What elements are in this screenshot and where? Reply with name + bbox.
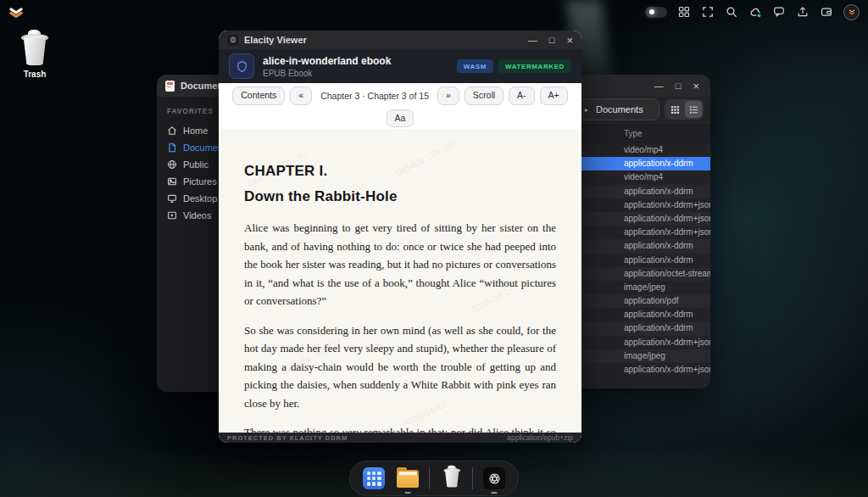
sidebar-item-icon — [167, 159, 177, 170]
document-subtitle: EPUB Ebook — [263, 69, 391, 78]
elacity-logo-icon[interactable] — [8, 6, 24, 19]
dock — [349, 461, 519, 496]
shield-icon — [229, 53, 254, 79]
font-increase-button[interactable]: A+ — [540, 87, 568, 104]
viewer-footer: PROTECTED BY ELACITY DDRM application/ep… — [219, 433, 581, 443]
minimize-button[interactable]: — — [654, 81, 664, 91]
sidebar-item-label: Desktop — [183, 193, 217, 204]
file-type-cell: application/x-ddrm+json — [624, 214, 710, 223]
file-type-cell: application/x-ddrm — [624, 159, 693, 168]
maximize-button[interactable]: □ — [549, 36, 555, 45]
font-family-button[interactable]: Aa — [387, 109, 415, 127]
font-decrease-button[interactable]: A- — [509, 87, 535, 104]
sidebar-item-label: Videos — [183, 210, 211, 221]
drm-protection-label: PROTECTED BY ELACITY DDRM — [227, 434, 348, 442]
grid-view-button[interactable] — [666, 101, 683, 118]
file-type-cell: application/octet-stream — [624, 269, 710, 278]
app-launcher-icon[interactable] — [361, 462, 387, 494]
file-type-cell: application/x-ddrm — [624, 187, 693, 196]
trash-label: Trash — [12, 70, 58, 79]
file-type-cell: video/mp4 — [624, 145, 663, 154]
dock-divider — [429, 467, 430, 489]
book-paragraph: Alice was beginning to get very tired of… — [244, 219, 556, 310]
file-type-cell: application/x-ddrm — [624, 255, 693, 265]
close-button[interactable]: × — [566, 35, 573, 46]
viewer-app-icon — [227, 35, 238, 46]
desktop-trash[interactable]: Trash — [12, 31, 58, 79]
file-type-cell: video/mp4 — [624, 172, 663, 181]
sidebar-item-icon — [167, 193, 177, 204]
book-page[interactable]: 0x34da...1b...572026-04-170x34da...1b...… — [219, 129, 581, 433]
viewer-window-title: Elacity Viewer — [244, 35, 522, 45]
file-type-cell: application/x-ddrm — [624, 310, 693, 319]
book-paragraph: There was nothing so very remarkable in … — [244, 423, 556, 433]
close-button[interactable]: × — [693, 81, 699, 92]
mime-type-label: application/epub+zip — [507, 433, 573, 442]
file-type-cell: application/x-ddrm+json — [624, 338, 710, 347]
view-toggle — [665, 99, 704, 120]
chat-icon[interactable] — [772, 5, 786, 19]
menubar — [0, 0, 868, 24]
book-paragraph: So she was considering in her own mind (… — [244, 321, 556, 413]
sidebar-item-icon — [167, 176, 177, 187]
sidebar-item-icon — [167, 142, 177, 153]
documents-icon — [165, 81, 175, 92]
status-badge: WASM — [457, 59, 493, 73]
prev-chapter-button[interactable]: « — [290, 87, 312, 104]
file-type-cell: application/x-ddrm — [624, 323, 693, 332]
next-chapter-button[interactable]: » — [437, 87, 459, 104]
book-text: Alice was beginning to get very tired of… — [244, 219, 556, 433]
sidebar-item-label: Home — [183, 126, 208, 136]
scroll-mode-button[interactable]: Scroll — [465, 87, 504, 104]
wallet-icon[interactable] — [820, 5, 833, 19]
chapter-heading: CHAPTER I. — [244, 163, 556, 180]
file-manager-icon[interactable] — [395, 462, 420, 494]
reader-toolbar: Contents « Chapter 3 · Chapter 3 of 15 »… — [219, 83, 581, 129]
running-indicator — [405, 492, 411, 494]
display-toggle-icon[interactable] — [645, 7, 667, 18]
viewer-titlebar[interactable]: Elacity Viewer — □ × — [219, 31, 581, 49]
apps-grid-icon[interactable] — [677, 5, 691, 19]
file-type-cell: image/jpeg — [624, 282, 665, 292]
search-icon[interactable] — [725, 5, 738, 19]
running-indicator — [492, 492, 498, 494]
contents-button[interactable]: Contents — [232, 87, 285, 104]
minimize-button[interactable]: — — [528, 36, 537, 45]
document-title: alice-in-wonderland ebook — [263, 55, 391, 67]
list-view-button[interactable] — [685, 101, 702, 118]
dock-divider — [472, 467, 473, 489]
fullscreen-icon[interactable] — [701, 5, 715, 19]
file-type-cell: application/x-ddrm+json — [624, 365, 710, 374]
sidebar-item-icon — [167, 126, 177, 136]
maximize-button[interactable]: □ — [676, 81, 682, 91]
chapter-label: Chapter 3 · Chapter 3 of 15 — [320, 91, 429, 101]
account-avatar[interactable] — [843, 4, 860, 20]
chevron-right-icon: ▸ — [585, 106, 588, 114]
ddrm-app-icon[interactable] — [481, 462, 507, 494]
file-type-cell: application/pdf — [624, 296, 679, 305]
sidebar-item-label: Public — [183, 159, 209, 170]
breadcrumb-label: Documents — [596, 104, 643, 114]
file-type-cell: image/jpeg — [624, 351, 665, 360]
file-type-cell: application/x-ddrm — [624, 241, 693, 250]
trash-can-icon — [20, 31, 49, 66]
chapter-subheading: Down the Rabbit-Hole — [244, 188, 556, 205]
sidebar-item-icon — [167, 210, 177, 221]
file-type-cell: application/x-ddrm+json — [624, 200, 710, 209]
viewer-window: Elacity Viewer — □ × alice-in-wonderland… — [219, 31, 581, 443]
file-type-cell: application/x-ddrm+json — [624, 227, 710, 237]
share-upload-icon[interactable] — [796, 5, 810, 19]
status-badge: WATERMARKED — [498, 59, 571, 73]
sidebar-item-label: Pictures — [183, 176, 217, 187]
cloud-sync-icon[interactable] — [748, 5, 762, 19]
dock-trash-icon[interactable] — [438, 462, 464, 494]
badges: WASM WATERMARKED — [457, 59, 571, 73]
viewer-header: alice-in-wonderland ebook EPUB Ebook WAS… — [219, 49, 581, 83]
